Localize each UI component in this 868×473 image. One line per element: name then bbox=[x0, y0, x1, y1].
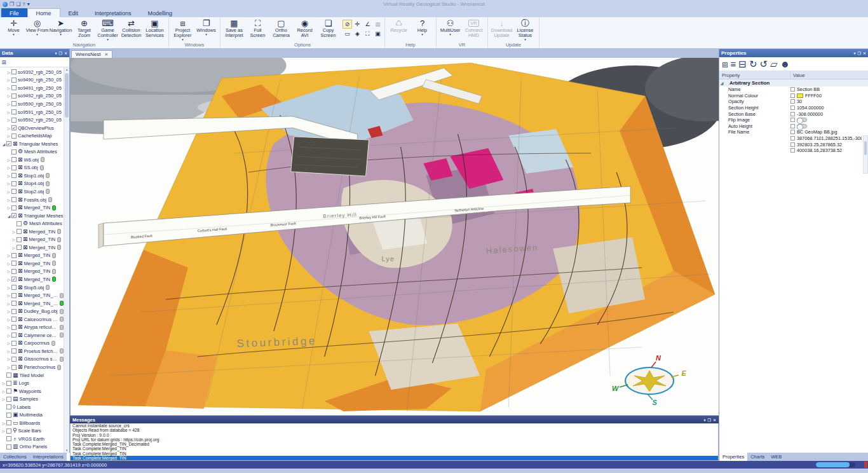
checkbox[interactable] bbox=[11, 197, 17, 202]
checkbox[interactable] bbox=[11, 285, 17, 290]
panel-tab-properties[interactable]: Properties bbox=[719, 453, 747, 461]
app-icon[interactable] bbox=[3, 2, 8, 7]
hierarchy-icon[interactable]: ⧈ bbox=[722, 58, 728, 70]
expander-icon[interactable]: ▷ bbox=[6, 134, 11, 138]
expander-icon[interactable]: ▷ bbox=[6, 269, 11, 273]
panel-menu-icon[interactable]: ▾ bbox=[55, 51, 57, 55]
game-controller-button[interactable]: ⌨Game Controller▾ bbox=[96, 18, 119, 41]
tree-item[interactable]: ◢✓⊠Triangular Meshes bbox=[0, 140, 64, 148]
move-tool-icon[interactable]: ✛ bbox=[353, 20, 362, 29]
panel-tab-collections[interactable]: Collections bbox=[0, 453, 30, 461]
panel-tab-interpretations[interactable]: Interpretations bbox=[30, 453, 67, 461]
expander-icon[interactable]: ▷ bbox=[6, 325, 11, 329]
expander-icon[interactable]: ▷ bbox=[6, 309, 11, 313]
checkbox[interactable] bbox=[790, 118, 795, 122]
message-row[interactable]: Task Complete:Merged_TIN_Decimated bbox=[71, 442, 718, 446]
tree-item[interactable]: ▷⊠SS.obj bbox=[0, 164, 64, 172]
move-button[interactable]: ✛Move▾ bbox=[2, 18, 25, 36]
checkbox[interactable] bbox=[6, 436, 11, 441]
property-column-header[interactable]: Property bbox=[719, 71, 790, 79]
checkbox[interactable]: ✓ bbox=[11, 125, 17, 130]
tree-item[interactable]: ▷⊠Merged_TIN_D... bbox=[0, 291, 64, 299]
expander-icon[interactable]: ▷ bbox=[6, 198, 11, 202]
property-group-row[interactable]: ◢Arbitrary Section bbox=[719, 79, 868, 86]
close-tab-icon[interactable]: ✕ bbox=[104, 52, 108, 57]
tree-item[interactable]: ▷so9490_rgb_250_05 bbox=[0, 76, 64, 85]
expander-icon[interactable]: ▷ bbox=[6, 261, 11, 266]
checkbox[interactable] bbox=[17, 229, 22, 234]
tree-item[interactable]: ▷⊠Merged_TIN bbox=[0, 203, 64, 212]
tree-item[interactable]: ▷⊠Merged_TIN_D... bbox=[0, 299, 64, 308]
panel-menu-icon[interactable]: ▾ bbox=[854, 51, 856, 55]
tree-item[interactable]: ▷⊠Calymene ceut... bbox=[0, 331, 64, 339]
expander-icon[interactable]: ▷ bbox=[6, 174, 11, 178]
pin-icon[interactable]: ❐ bbox=[59, 51, 62, 55]
property-value[interactable]: 1054.000000 bbox=[797, 105, 824, 111]
checkbox[interactable]: ✓ bbox=[6, 141, 11, 146]
checkbox[interactable] bbox=[11, 348, 17, 353]
expander-icon[interactable]: ▷ bbox=[6, 93, 11, 98]
checkbox[interactable] bbox=[11, 332, 17, 338]
full-screen-button[interactable]: ⛶Full Screen bbox=[246, 18, 269, 38]
tree-item[interactable]: ▷CachefieldsMap bbox=[0, 132, 64, 140]
tree-item[interactable]: ▷⊠Atrypa reticulari... bbox=[0, 324, 64, 332]
expander-icon[interactable]: ▷ bbox=[6, 285, 11, 290]
expander-icon[interactable]: ▷ bbox=[6, 317, 11, 322]
expander-icon[interactable]: ▷ bbox=[11, 245, 17, 250]
expander-icon[interactable]: ▷ bbox=[6, 301, 11, 306]
checkbox[interactable] bbox=[11, 69, 17, 74]
expander-icon[interactable]: ▷ bbox=[6, 253, 11, 257]
message-row[interactable]: Proj Version : 9.0.0 bbox=[71, 433, 718, 437]
expander-icon[interactable]: ▷ bbox=[6, 181, 11, 186]
tree-item[interactable]: ▷✓⊠Merged_TIN bbox=[0, 275, 64, 284]
tree-item[interactable]: ▷⚲Scale Bars bbox=[0, 427, 64, 435]
save-as-interpret-button[interactable]: ▦Save as Interpret bbox=[222, 18, 246, 38]
checkbox[interactable]: ✓ bbox=[11, 277, 17, 282]
collision-detection-button[interactable]: ⇄Collision Detection bbox=[119, 18, 143, 38]
display-icon[interactable]: ⊟ bbox=[738, 58, 747, 70]
record-avi-button[interactable]: ◉Record AVI bbox=[293, 18, 316, 38]
tree-item[interactable]: ▷▭Billboards bbox=[0, 419, 64, 427]
close-icon[interactable]: ✕ bbox=[863, 51, 866, 55]
tree-item[interactable]: ▷▤Samples bbox=[0, 395, 64, 403]
texture-tool-icon[interactable]: ▣ bbox=[373, 29, 383, 38]
checkbox[interactable] bbox=[6, 404, 11, 409]
expander-icon[interactable]: ▷ bbox=[6, 118, 11, 122]
help-circle-icon[interactable]: ? bbox=[22, 1, 25, 7]
tree-item[interactable]: ⚙Mesh Attributes bbox=[0, 219, 64, 228]
checkbox[interactable] bbox=[11, 293, 17, 298]
tree-item[interactable]: ▷⊠Merged_TIN bbox=[0, 228, 64, 236]
checkbox[interactable] bbox=[6, 420, 11, 425]
checkbox[interactable] bbox=[790, 124, 795, 128]
expander-icon[interactable]: ▷ bbox=[6, 277, 11, 282]
expander-icon[interactable]: ▷ bbox=[11, 230, 17, 234]
checkbox[interactable] bbox=[11, 93, 17, 99]
checkbox[interactable] bbox=[11, 101, 17, 106]
property-value[interactable]: -308.000000 bbox=[797, 111, 823, 117]
property-value[interactable]: Section BB bbox=[797, 86, 820, 92]
3d-viewport-canvas[interactable]: Bluebird Fault Corbett's Hall Fault Broc… bbox=[71, 58, 719, 415]
checkbox[interactable] bbox=[11, 301, 17, 306]
expander-icon[interactable]: ▷ bbox=[6, 349, 11, 353]
checkbox[interactable] bbox=[11, 78, 17, 83]
checkbox[interactable] bbox=[11, 325, 17, 330]
ribbon-tab-modelling[interactable]: Modelling bbox=[140, 8, 181, 17]
expander-icon[interactable]: ▷ bbox=[1, 421, 6, 425]
checkbox[interactable] bbox=[790, 142, 795, 147]
3d-viewport[interactable]: Bluebird Fault Corbett's Hall Fault Broc… bbox=[70, 58, 719, 415]
checkbox[interactable] bbox=[17, 237, 22, 242]
message-row[interactable]: Cannot instantiate source_crs bbox=[71, 423, 718, 428]
target-zoom-button[interactable]: ⊕Target Zoom bbox=[72, 18, 96, 38]
expander-icon[interactable]: ▷ bbox=[1, 389, 6, 394]
property-value[interactable]: FFFF00 bbox=[805, 93, 822, 99]
expander-icon[interactable]: ▷ bbox=[6, 357, 11, 361]
tree-item[interactable]: ▷⊠Dudley_Bug.obj bbox=[0, 307, 64, 315]
expander-icon[interactable]: ▷ bbox=[6, 333, 11, 338]
tree-item[interactable]: ▷⊠Periechocrinus bbox=[0, 363, 64, 371]
checkbox[interactable] bbox=[11, 118, 17, 123]
tree-item[interactable]: ▷⊠Stop1.obj bbox=[0, 172, 64, 180]
tree-item[interactable]: ▷⊠Stop2.obj bbox=[0, 188, 64, 196]
checkbox[interactable] bbox=[11, 357, 17, 362]
checkbox[interactable] bbox=[11, 317, 17, 322]
checkbox[interactable] bbox=[11, 205, 17, 210]
